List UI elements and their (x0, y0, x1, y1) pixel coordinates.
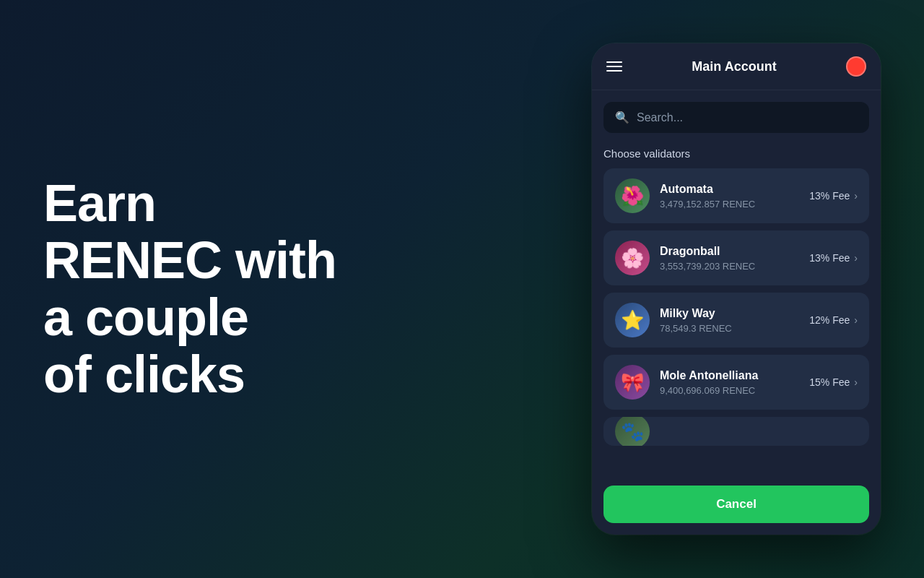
avatar-milkyway: ⭐ (615, 303, 650, 337)
search-container: 🔍 Search... (592, 90, 881, 142)
validator-fee-milkyway: 12% Fee (809, 314, 850, 326)
avatar-mole: 🎀 (615, 365, 650, 400)
headline-line2: RENEC with (43, 231, 336, 289)
validator-info-dragonball: Dragonball 3,553,739.203 RENEC (660, 245, 799, 272)
headline-line4: of clicks (43, 345, 245, 403)
validators-list: 🌺 Automata 3,479,152.857 RENEC 13% Fee ›… (592, 168, 881, 475)
headline: Earn RENEC with a couple of clicks (43, 175, 419, 404)
validator-fee-section-automata: 13% Fee › (809, 190, 858, 202)
phone-mockup: Main Account 🔍 Search... Choose validato… (592, 43, 881, 535)
avatar-dragonball: 🌸 (615, 241, 650, 275)
validator-amount-mole: 9,400,696.069 RENEC (660, 385, 799, 396)
validator-fee-automata: 13% Fee (809, 190, 850, 202)
validator-name-milkyway: Milky Way (660, 307, 799, 320)
validator-amount-dragonball: 3,553,739.203 RENEC (660, 261, 799, 272)
header-title: Main Account (692, 59, 776, 74)
chevron-icon-mole: › (854, 376, 858, 388)
validator-fee-dragonball: 13% Fee (809, 252, 850, 264)
avatar-automata: 🌺 (615, 178, 650, 213)
validator-item-automata[interactable]: 🌺 Automata 3,479,152.857 RENEC 13% Fee › (603, 168, 869, 223)
avatar-raccoon: 🐾 (615, 417, 650, 446)
menu-button[interactable] (606, 61, 622, 72)
validator-amount-milkyway: 78,549.3 RENEC (660, 323, 799, 334)
chevron-icon-automata: › (854, 190, 858, 202)
validators-section-label: Choose validators (592, 142, 881, 168)
headline-line3: a couple (43, 288, 248, 346)
chevron-icon-milkyway: › (854, 314, 858, 326)
chevron-icon-dragonball: › (854, 252, 858, 264)
validator-name-automata: Automata (660, 183, 799, 196)
validator-info-milkyway: Milky Way 78,549.3 RENEC (660, 307, 799, 334)
validator-info-automata: Automata 3,479,152.857 RENEC (660, 183, 799, 210)
search-placeholder: Search... (637, 111, 683, 124)
record-button[interactable] (846, 56, 866, 77)
validator-item-mole[interactable]: 🎀 Mole Antonelliana 9,400,696.069 RENEC … (603, 355, 869, 410)
validator-name-mole: Mole Antonelliana (660, 369, 799, 382)
validator-amount-automata: 3,479,152.857 RENEC (660, 199, 799, 210)
validator-info-mole: Mole Antonelliana 9,400,696.069 RENEC (660, 369, 799, 396)
validator-fee-section-dragonball: 13% Fee › (809, 252, 858, 264)
validator-item-dragonball[interactable]: 🌸 Dragonball 3,553,739.203 RENEC 13% Fee… (603, 230, 869, 285)
validator-fee-section-mole: 15% Fee › (809, 376, 858, 388)
validator-fee-mole: 15% Fee (809, 376, 850, 388)
validator-name-dragonball: Dragonball (660, 245, 799, 258)
search-icon: 🔍 (615, 111, 629, 124)
left-section: Earn RENEC with a couple of clicks (43, 175, 419, 404)
validator-item-partial[interactable]: 🐾 (603, 417, 869, 446)
search-bar[interactable]: 🔍 Search... (603, 102, 869, 133)
validator-item-milkyway[interactable]: ⭐ Milky Way 78,549.3 RENEC 12% Fee › (603, 293, 869, 348)
phone-header: Main Account (592, 43, 881, 90)
cancel-button[interactable]: Cancel (603, 486, 869, 523)
headline-line1: Earn (43, 174, 156, 232)
validator-fee-section-milkyway: 12% Fee › (809, 314, 858, 326)
